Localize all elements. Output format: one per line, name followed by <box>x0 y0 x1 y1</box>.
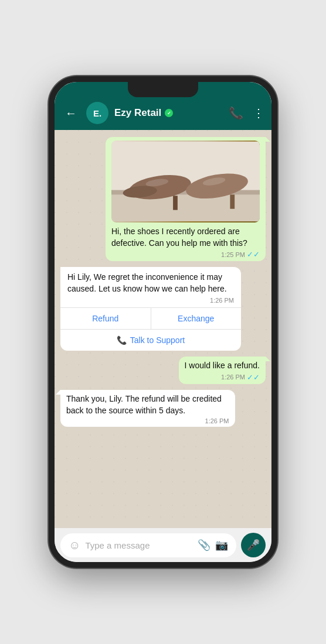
action-buttons-row: Refund Exchange <box>60 307 241 329</box>
camera-icon[interactable]: 📷 <box>215 539 228 551</box>
phone-icon[interactable]: 📞 <box>229 106 243 120</box>
chat-header: ← E. Ezy Retail 📞 ⋮ <box>55 82 271 130</box>
input-bar: ☺ Type a message 📎 📷 🎤 <box>55 528 271 562</box>
phone-wrapper: ← E. Ezy Retail 📞 ⋮ <box>0 0 326 644</box>
avatar: E. <box>86 102 108 124</box>
outgoing-message-1-time: 1:25 PM <box>221 251 245 258</box>
verified-badge <box>165 109 173 117</box>
outgoing-message-1-ticks: ✓✓ <box>247 250 260 259</box>
talk-to-support-label: Talk to Support <box>130 335 185 345</box>
talk-to-support-button[interactable]: 📞 Talk to Support <box>60 329 241 351</box>
incoming-message-3-time: 1:26 PM <box>205 417 229 424</box>
outgoing-message-2-time: 1:26 PM <box>221 374 245 381</box>
svg-rect-6 <box>173 196 178 210</box>
message-input-field[interactable]: ☺ Type a message 📎 📷 <box>60 533 236 557</box>
incoming-message-2-time: 1:26 PM <box>210 297 234 304</box>
outgoing-message-2-text: I would like a refund. <box>185 360 260 372</box>
incoming-message-3-meta: 1:26 PM <box>66 417 229 424</box>
outgoing-message-2-ticks: ✓✓ <box>247 373 260 382</box>
mic-button[interactable]: 🎤 <box>241 533 266 557</box>
outgoing-message-1-text: Hi, the shoes I recently ordered are def… <box>111 226 260 249</box>
outgoing-message-1-meta: 1:25 PM ✓✓ <box>111 250 260 259</box>
incoming-message-3-text: Thank you, Lily. The refund will be cred… <box>66 393 229 416</box>
svg-rect-7 <box>230 194 235 208</box>
outgoing-message-2-meta: 1:26 PM ✓✓ <box>185 373 260 382</box>
message-outgoing-1: Hi, the shoes I recently ordered are def… <box>106 137 266 261</box>
header-actions: 📞 ⋮ <box>229 106 264 120</box>
back-button[interactable]: ← <box>62 105 80 121</box>
incoming-message-2-meta: 1:26 PM <box>60 297 241 307</box>
phone-frame: ← E. Ezy Retail 📞 ⋮ <box>49 76 277 568</box>
message-incoming-3: Thank you, Lily. The refund will be cred… <box>60 390 235 427</box>
shoe-image <box>111 141 260 222</box>
phone-small-icon: 📞 <box>117 335 127 345</box>
message-incoming-with-buttons: Hi Lily, We regret the inconvenience it … <box>60 267 241 351</box>
header-info: Ezy Retail <box>114 107 223 119</box>
more-options-icon[interactable]: ⋮ <box>253 106 264 120</box>
incoming-message-2-text: Hi Lily, We regret the inconvenience it … <box>60 267 241 297</box>
exchange-button[interactable]: Exchange <box>151 308 242 329</box>
mic-icon: 🎤 <box>247 539 260 551</box>
refund-button[interactable]: Refund <box>60 308 151 329</box>
shoe-image-container <box>111 141 260 222</box>
attach-icon[interactable]: 📎 <box>198 539 210 551</box>
message-placeholder: Type a message <box>85 540 193 550</box>
emoji-button[interactable]: ☺ <box>69 539 80 552</box>
message-outgoing-2: I would like a refund. 1:26 PM ✓✓ <box>179 357 266 384</box>
contact-name: Ezy Retail <box>114 107 161 119</box>
chat-area: Hi, the shoes I recently ordered are def… <box>55 130 271 528</box>
